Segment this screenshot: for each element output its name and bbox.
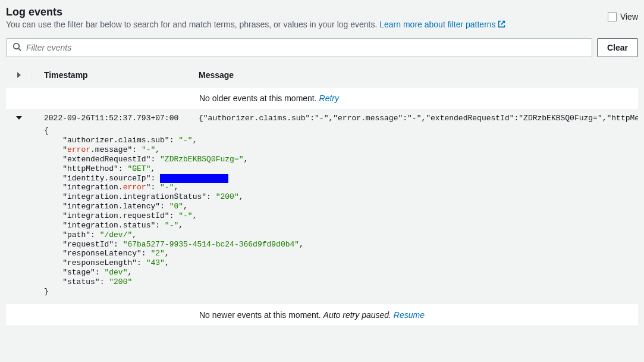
page-title: Log events [6, 6, 608, 18]
svg-point-0 [14, 43, 19, 49]
column-header-message: Message [187, 70, 638, 80]
log-event-row[interactable]: 2022-09-26T11:52:37.793+07:00 {"authoriz… [6, 109, 638, 123]
no-newer-events-row: No newer events at this moment. Auto ret… [6, 304, 638, 326]
retry-older-link[interactable]: Retry [319, 93, 339, 103]
external-link-icon [498, 20, 505, 30]
redacted-source-ip [160, 174, 228, 183]
page-subtitle: You can use the filter bar below to sear… [6, 20, 608, 30]
no-older-events-row: No older events at this moment. Retry [6, 88, 638, 109]
filter-input-wrap[interactable] [6, 38, 592, 57]
resume-link[interactable]: Resume [394, 310, 425, 320]
event-timestamp: 2022-09-26T11:52:37.793+07:00 [32, 114, 187, 123]
event-expanded-json: { "authorizer.claims.sub": "-", "error.m… [6, 123, 638, 303]
search-icon [12, 42, 21, 54]
table-header: Timestamp Message [6, 68, 638, 88]
column-header-timestamp: Timestamp [32, 70, 187, 80]
learn-more-link[interactable]: Learn more about filter patterns [379, 20, 505, 29]
expand-all-caret[interactable] [17, 72, 21, 78]
filter-events-input[interactable] [21, 39, 592, 57]
collapse-caret-icon[interactable] [16, 116, 22, 120]
event-message-summary: {"authorizer.claims.sub":"-","error.mess… [187, 114, 638, 123]
view-as-text-checkbox[interactable] [608, 13, 617, 21]
clear-button[interactable]: Clear [597, 38, 638, 57]
view-label: View [620, 12, 638, 21]
